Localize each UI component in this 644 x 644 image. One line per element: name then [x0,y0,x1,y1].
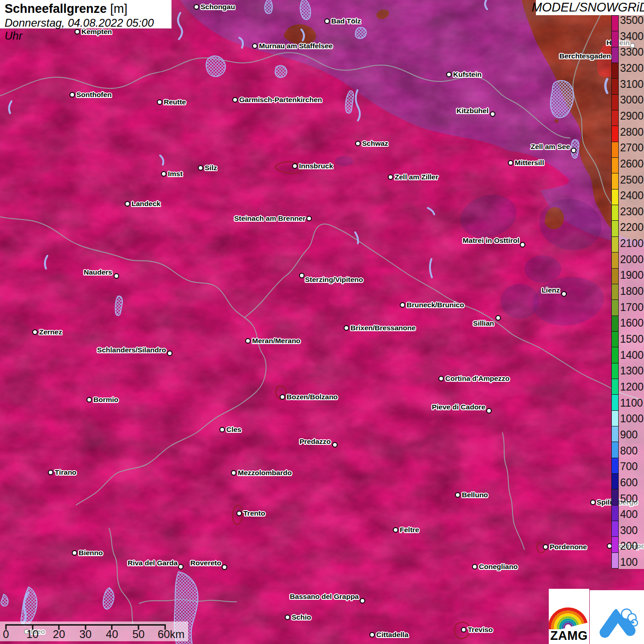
colorbar-segment [612,410,618,426]
city-dot [232,97,238,103]
city-dot [245,338,251,344]
city-dot [125,201,130,207]
colorbar-tick-label: 3000 [620,94,644,106]
city-label: Garmisch-Partenkirchen [239,96,322,104]
city-dot [157,99,162,105]
city-dot [324,18,330,24]
colorbar-tick-label: 2100 [620,237,644,250]
colorbar-tick-label: 2500 [620,173,644,186]
city-dot [393,527,398,533]
city-dot [520,242,525,247]
scale-label: 0 [3,628,9,641]
colorbar-tick-label: 900 [620,428,638,441]
colorbar-tick-label: 2700 [620,142,644,154]
city-label: Trento [243,509,265,518]
colorbar-segment [612,394,618,410]
zamg-logo-text: ZAMG [549,629,589,643]
scale-label: 10 [26,628,39,641]
city-dot [236,511,242,516]
city-label: Bozen/Bolzano [287,393,338,401]
city-label: Bienno [79,549,103,557]
city-dot [86,397,92,402]
city-dot [285,615,290,620]
city-dot [299,273,305,278]
city-dot [495,315,501,321]
city-label: Zell am Ziller [395,173,438,181]
colorbar-segment [612,442,618,457]
colorbar-segment [612,284,618,299]
colorbar-tick-label: 300 [620,524,638,536]
mountain-cloud-icon [590,590,644,644]
colorbar-tick-label: 700 [620,460,638,473]
city-label: Cles [226,426,242,434]
colorbar-segment [612,173,618,189]
city-label: Belluno [462,491,488,499]
city-label: Schwaz [362,139,388,148]
colorbar-tick-label: 2600 [620,157,644,170]
city-label: Sillian [473,319,494,328]
city-dot [472,564,477,569]
colorbar-segment [612,299,618,315]
city-dot [222,564,227,570]
colorbar-segment [612,316,618,331]
colorbar-tick-label: 1800 [620,285,644,298]
colorbar-segment [612,236,618,252]
colorbar [611,15,619,569]
city-label: Lienz [541,286,560,294]
city-label: Matrei in Osttirol [463,236,519,245]
city-dot [167,351,172,356]
colorbar-segment [612,505,618,521]
city-label: Tirano [55,468,76,477]
city-dot [369,632,375,638]
colorbar-segment [612,126,618,141]
colorbar-tick-label: 3300 [620,46,644,58]
colorbar-tick-label: 3500 [620,14,644,27]
colorbar-tick-label: 1300 [620,365,644,377]
city-label: Rovereto [190,559,221,567]
colorbar-segment [612,110,618,126]
colorbar-tick-label: 400 [620,508,638,521]
city-label: Schlanders/Silandro [97,346,166,354]
colorbar-segment [612,458,618,473]
colorbar-segment [612,536,618,552]
colorbar-segment [612,268,618,284]
city-label: Zell am See [531,143,570,151]
city-label: Riva del Garda [127,559,178,567]
title-box: Schneefallgrenze [m] Donnerstag, 04.08.2… [0,0,172,29]
city-dot [198,165,203,171]
colorbar-tick-label: 600 [620,476,638,489]
city-dot [486,408,492,414]
colorbar-segment [612,426,618,442]
scale-label: 50 [132,628,145,641]
city-dot [252,43,258,49]
colorbar-segment [612,521,618,536]
colorbar-tick-label: 2300 [620,205,644,218]
scale-label: 40 [106,628,118,641]
city-label: Murnau am Staffelsee [259,42,333,50]
city-label: Meran/Merano [252,337,300,345]
city-label: Nauders [84,268,112,276]
city-label: Cittadella [376,631,408,639]
scale-label: 20 [53,628,65,641]
colorbar-tick-label: 2400 [620,190,644,202]
city-dot [114,273,119,279]
colorbar-tick-label: 500 [620,492,638,505]
city-label: Kufstein [453,70,482,79]
city-dot [543,544,548,550]
city-label: Kitzbühel [456,107,489,115]
weather-map-screenshot: SchongauBad TölzKemptenMurnau am Staffel… [0,0,644,644]
colorbar-tick-label: 1100 [620,397,643,409]
city-dot [219,427,225,432]
city-dot [508,160,513,166]
city-dot [571,148,576,153]
city-label: Schongau [201,3,235,11]
city-dot [490,111,495,117]
colorbar-tick-label: 1400 [620,349,644,361]
title-text: Schneefallgrenze [5,2,107,16]
colorbar-tick-label: 2000 [620,253,644,265]
colorbar-segment [612,157,618,173]
map-datetime: Donnerstag, 04.08.2022 05:00 Uhr [5,17,167,42]
city-dot [400,302,405,308]
colorbar-segment [612,205,618,220]
colorbar-tick-label: 1600 [620,317,644,329]
